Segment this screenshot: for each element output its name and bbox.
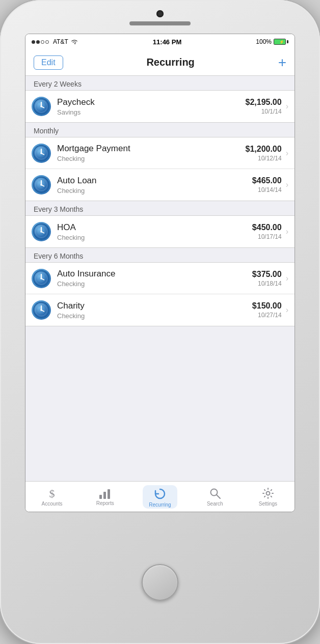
item-right: $465.00 10/14/14 xyxy=(252,176,282,193)
chevron-right-icon: › xyxy=(286,149,288,158)
signal-dot-2 xyxy=(36,40,40,44)
item-amount: $375.00 xyxy=(252,270,282,279)
content-area: Every 2 Weeks xyxy=(25,76,295,481)
table-row[interactable]: HOA Checking $450.00 10/17/14 › xyxy=(25,216,295,247)
item-sub: Savings xyxy=(57,108,245,116)
status-time: 11:46 PM xyxy=(153,38,181,46)
list-group: Mortgage Payment Checking $1,200.00 10/1… xyxy=(25,137,295,201)
item-amount: $2,195.00 xyxy=(245,98,281,107)
item-name: Paycheck xyxy=(57,97,245,107)
svg-line-35 xyxy=(217,495,220,498)
clock-icon xyxy=(33,301,50,319)
page-title: Recurring xyxy=(146,57,194,68)
item-amount: $1,200.00 xyxy=(245,145,281,154)
item-icon xyxy=(32,300,51,320)
tab-accounts[interactable]: $ Accounts xyxy=(37,487,67,507)
item-content: Charity Checking xyxy=(57,301,252,320)
gear-icon xyxy=(262,487,274,499)
bolt-icon: ⚡ xyxy=(279,40,284,44)
status-bar: AT&T 11:46 PM 100% ⚡ xyxy=(25,34,295,49)
spacer xyxy=(25,326,295,367)
tab-search[interactable]: Search xyxy=(200,487,230,507)
item-right: $2,195.00 10/1/14 xyxy=(245,98,281,115)
phone-screen: AT&T 11:46 PM 100% ⚡ xyxy=(25,34,295,512)
tab-reports-label: Reports xyxy=(96,500,114,506)
item-name: Mortgage Payment xyxy=(57,144,245,154)
item-content: Paycheck Savings xyxy=(57,97,245,116)
svg-rect-32 xyxy=(103,492,106,499)
item-name: Charity xyxy=(57,301,252,311)
tab-recurring[interactable]: Recurring xyxy=(143,485,177,509)
signal-dots xyxy=(32,40,49,44)
chevron-right-icon: › xyxy=(286,305,288,315)
camera xyxy=(156,10,164,17)
signal-dot-3 xyxy=(41,40,44,44)
search-icon xyxy=(209,487,221,499)
tab-recurring-label: Recurring xyxy=(149,502,171,508)
table-row[interactable]: Auto Insurance Checking $375.00 10/18/14… xyxy=(25,263,295,294)
svg-text:$: $ xyxy=(49,487,55,499)
status-left: AT&T xyxy=(32,38,78,45)
item-sub: Checking xyxy=(57,234,252,241)
item-content: Auto Loan Checking xyxy=(57,176,252,194)
home-button[interactable] xyxy=(142,564,178,601)
svg-point-9 xyxy=(40,152,42,154)
item-name: Auto Insurance xyxy=(57,269,252,279)
list-group: Auto Insurance Checking $375.00 10/18/14… xyxy=(25,262,295,326)
table-row[interactable]: Paycheck Savings $2,195.00 10/1/14 › xyxy=(25,91,295,122)
svg-point-14 xyxy=(40,184,42,186)
reports-icon xyxy=(99,488,111,499)
item-name: Auto Loan xyxy=(57,176,252,186)
svg-point-24 xyxy=(40,277,42,279)
svg-point-4 xyxy=(40,105,42,107)
battery-body: ⚡ xyxy=(274,39,286,45)
chevron-right-icon: › xyxy=(286,274,288,283)
clock-icon xyxy=(33,145,50,162)
clock-icon xyxy=(33,98,50,115)
item-content: Auto Insurance Checking xyxy=(57,269,252,288)
item-icon xyxy=(32,97,51,116)
signal-dot-1 xyxy=(32,40,35,44)
status-right: 100% ⚡ xyxy=(256,38,288,45)
item-date: 10/14/14 xyxy=(252,186,282,193)
item-content: HOA Checking xyxy=(57,222,252,241)
battery-indicator: ⚡ xyxy=(274,39,288,45)
add-button[interactable]: + xyxy=(278,55,286,70)
item-icon xyxy=(32,222,51,241)
list-group: HOA Checking $450.00 10/17/14 › xyxy=(25,215,295,248)
recurring-icon xyxy=(153,487,167,500)
item-sub: Checking xyxy=(57,280,252,288)
table-row[interactable]: Auto Loan Checking $465.00 10/14/14 › xyxy=(25,169,295,201)
phone-frame: AT&T 11:46 PM 100% ⚡ xyxy=(0,0,320,644)
speaker xyxy=(129,21,191,25)
item-icon xyxy=(32,175,51,194)
edit-button[interactable]: Edit xyxy=(34,55,63,70)
nav-bar: Edit Recurring + xyxy=(25,49,295,76)
svg-point-29 xyxy=(40,309,42,311)
item-icon xyxy=(32,144,51,163)
battery-percent: 100% xyxy=(256,38,272,45)
item-sub: Checking xyxy=(57,312,252,320)
item-date: 10/18/14 xyxy=(252,280,282,287)
tab-settings[interactable]: Settings xyxy=(253,487,283,507)
item-amount: $150.00 xyxy=(252,301,282,311)
table-row[interactable]: Charity Checking $150.00 10/27/14 › xyxy=(25,294,295,326)
chevron-right-icon: › xyxy=(286,180,288,189)
item-date: 10/27/14 xyxy=(252,312,282,319)
chevron-right-icon: › xyxy=(286,227,288,236)
tab-search-label: Search xyxy=(207,501,223,507)
carrier-label: AT&T xyxy=(53,38,68,45)
tab-reports[interactable]: Reports xyxy=(90,488,120,506)
accounts-icon: $ xyxy=(46,487,58,499)
item-amount: $465.00 xyxy=(252,176,282,185)
item-right: $150.00 10/27/14 xyxy=(252,301,282,319)
item-right: $1,200.00 10/12/14 xyxy=(245,145,281,162)
clock-icon xyxy=(33,223,50,240)
item-date: 10/17/14 xyxy=(252,233,282,240)
signal-dot-4 xyxy=(45,40,49,44)
section-header: Every 3 Months xyxy=(25,201,295,215)
item-right: $450.00 10/17/14 xyxy=(252,223,282,240)
clock-icon xyxy=(33,270,50,287)
battery-tip xyxy=(287,40,288,43)
table-row[interactable]: Mortgage Payment Checking $1,200.00 10/1… xyxy=(25,137,295,169)
